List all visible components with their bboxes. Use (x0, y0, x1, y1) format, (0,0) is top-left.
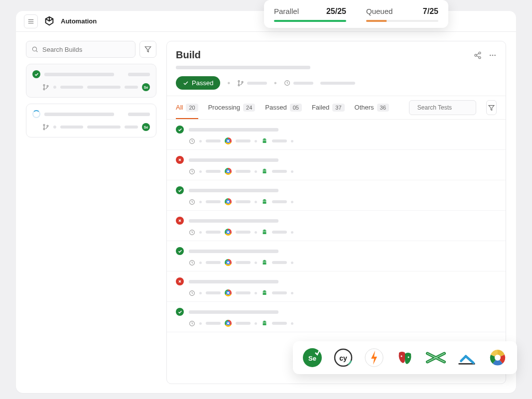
placeholder (199, 201, 202, 203)
svg-point-59 (265, 321, 266, 322)
placeholder (53, 86, 56, 89)
placeholder (206, 200, 221, 203)
filter-builds-button[interactable] (139, 41, 156, 58)
filter-icon (144, 46, 151, 53)
placeholder (206, 261, 221, 264)
tab-others[interactable]: Others36 (355, 97, 389, 119)
search-icon (31, 46, 38, 53)
testcafe-icon[interactable] (425, 347, 446, 368)
svg-rect-40 (263, 201, 266, 204)
android-icon (261, 289, 268, 296)
app-window: Automation (16, 11, 516, 393)
placeholder (206, 291, 221, 294)
share-icon[interactable] (474, 51, 482, 59)
placeholder (87, 126, 121, 129)
branch-icon (42, 124, 49, 131)
search-tests-input[interactable] (417, 104, 492, 111)
playwright-icon[interactable] (395, 347, 415, 368)
svg-point-68 (495, 355, 501, 361)
status-pass-icon (176, 247, 184, 255)
app-logo-icon (44, 16, 55, 27)
queue-panel: Parallel 25/25 Queued 7/25 (264, 0, 448, 28)
placeholder (189, 280, 278, 283)
test-item[interactable] (167, 241, 506, 271)
placeholder (255, 201, 257, 203)
tab-processing[interactable]: Processing24 (208, 97, 256, 119)
parallel-bar (274, 20, 346, 22)
svg-point-18 (492, 54, 494, 56)
tab-passed[interactable]: Passed05 (265, 97, 302, 119)
placeholder (206, 322, 221, 325)
placeholder (293, 82, 313, 85)
tab-failed[interactable]: Failed37 (312, 97, 345, 119)
app-title: Automation (61, 17, 97, 25)
test-item[interactable] (167, 150, 506, 180)
tab-label: Others (355, 104, 374, 111)
svg-rect-30 (263, 140, 266, 143)
placeholder (189, 219, 278, 223)
placeholder (189, 128, 278, 132)
svg-point-45 (265, 230, 266, 231)
svg-point-44 (264, 230, 264, 231)
clock-icon (189, 168, 195, 175)
svg-point-12 (479, 52, 481, 54)
branch-icon (237, 80, 244, 87)
test-item[interactable] (167, 211, 506, 241)
content-panel: Build Passed • (166, 41, 506, 384)
bolt-icon[interactable] (364, 347, 385, 368)
selenium-icon[interactable]: Se (302, 347, 323, 368)
placeholder (176, 66, 310, 69)
check-icon (183, 80, 189, 86)
page-title: Build (176, 49, 201, 61)
tab-label: Passed (265, 104, 286, 111)
tab-count: 05 (290, 104, 302, 112)
status-pass-icon (176, 126, 184, 133)
svg-text:Se: Se (308, 355, 316, 362)
selenium-badge-icon: Se (142, 83, 150, 91)
tab-all[interactable]: All20 (176, 97, 198, 119)
menu-button[interactable] (24, 14, 38, 28)
svg-point-58 (264, 321, 264, 322)
filter-icon (488, 105, 495, 111)
clock-icon (189, 290, 195, 296)
svg-point-34 (264, 169, 264, 170)
build-card[interactable]: Se (26, 64, 156, 98)
placeholder (291, 262, 293, 264)
filter-tests-button[interactable] (486, 100, 497, 115)
svg-point-39 (265, 200, 266, 200)
placeholder (255, 262, 257, 264)
placeholder (255, 231, 257, 234)
svg-point-11 (47, 125, 48, 127)
clock-icon (189, 229, 195, 236)
placeholder (44, 113, 114, 116)
android-icon (261, 229, 268, 236)
svg-point-13 (475, 54, 477, 56)
search-tests-box[interactable] (409, 100, 476, 115)
search-builds-box[interactable] (26, 41, 135, 58)
test-item[interactable] (167, 180, 506, 211)
chrome-icon (225, 320, 232, 327)
cypress-icon[interactable]: cy (333, 347, 354, 368)
test-item[interactable] (167, 120, 506, 150)
colorwheel-icon[interactable] (487, 347, 508, 368)
tab-count: 37 (332, 104, 344, 112)
placeholder (320, 82, 355, 85)
placeholder (53, 126, 56, 129)
more-icon[interactable] (489, 51, 497, 59)
clock-icon (189, 138, 195, 144)
search-builds-input[interactable] (42, 46, 130, 53)
placeholder (291, 292, 293, 294)
placeholder (255, 170, 257, 173)
katalon-icon[interactable] (456, 347, 477, 368)
queued-value: 7/25 (423, 7, 438, 16)
placeholder (236, 291, 251, 294)
placeholder (199, 322, 202, 325)
svg-point-48 (264, 261, 264, 261)
status-pass-icon (32, 70, 40, 78)
build-card[interactable]: Se (26, 104, 156, 137)
svg-rect-46 (263, 232, 266, 234)
test-item[interactable] (167, 271, 506, 302)
placeholder (87, 86, 121, 89)
placeholder (272, 261, 287, 264)
test-item[interactable] (167, 302, 506, 332)
